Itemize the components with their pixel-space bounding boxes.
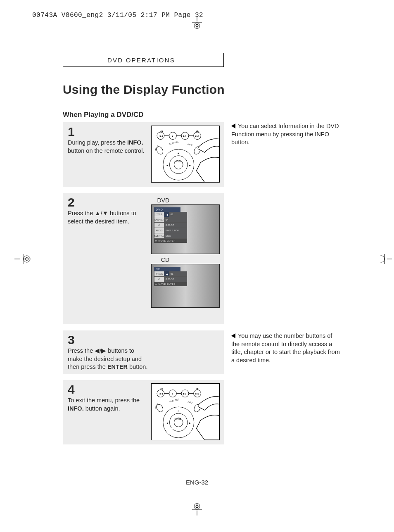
step-number: 3 [68, 334, 219, 346]
svg-text:ENTER: ENTER [174, 161, 181, 163]
text-bold: INFO. [68, 405, 84, 412]
svg-text:▲: ▲ [177, 410, 179, 412]
text: button again. [84, 405, 120, 412]
page-title: Using the Display Function [63, 83, 225, 97]
remote-illustration: |◀◀ ■ ▶|| ▶▶| ◀◀▶▶ SUBTITLE INFO MENU EN… [151, 383, 220, 440]
step-text: To exit the menu, press the INFO. button… [68, 397, 148, 413]
svg-text:▶: ▶ [189, 164, 191, 166]
svg-point-17 [380, 256, 385, 262]
osd-val: 01 [169, 273, 173, 275]
osd-title: DVD [154, 207, 180, 212]
svg-text:▶: ▶ [189, 422, 191, 424]
osd-val: 0:00:57 [164, 224, 174, 226]
step-text: During play, press the INFO. button on t… [68, 139, 148, 155]
section-label: DVD OPERATIONS [107, 57, 175, 64]
crop-mark-right [380, 253, 392, 265]
svg-text:■: ■ [172, 135, 173, 137]
svg-text:ENTER: ENTER [174, 418, 181, 420]
screen-label-cd: CD [161, 256, 169, 263]
osd-cd-screen: CD TRACK◀01 ⏱0:00:57 ⇔MOVE ENTER [151, 264, 220, 308]
osd-val: 01 [169, 213, 173, 216]
note-text: You may use the number buttons of the re… [231, 332, 340, 363]
page-number: ENG-32 [0, 479, 394, 486]
svg-text:|◀◀: |◀◀ [159, 135, 163, 137]
osd-tag: AUDIO [154, 228, 164, 233]
osd-footer: ⇔MOVE ENTER [154, 239, 187, 243]
svg-text:▶▶|: ▶▶| [195, 393, 199, 395]
text: Press the [68, 347, 95, 354]
section-badge: DVD OPERATIONS [63, 53, 224, 67]
arrow-symbols: ▲/▼ [95, 210, 108, 216]
osd-tag: TITLE [154, 212, 164, 217]
osd-val: ENG [164, 235, 171, 237]
side-note-1: You can select Information in the DVD Fu… [231, 122, 341, 147]
osd-dvd-screen: DVD TITLE◀01 CHAPTER04 ⏱0:00:57 AUDIOENG… [151, 204, 220, 254]
page-subtitle: When Playing a DVD/CD [63, 111, 144, 119]
step-1: 1 During play, press the INFO. button on… [63, 122, 224, 187]
svg-text:◀◀: ◀◀ [160, 388, 163, 390]
text: To exit the menu, press the [68, 397, 140, 404]
text: button. [128, 363, 147, 370]
text: button on the remote control. [68, 147, 144, 154]
step-4: 4 To exit the menu, press the INFO. butt… [63, 380, 224, 444]
step-text: Press the ◀/▶ buttons to make the desire… [68, 347, 148, 371]
crop-mark-top [191, 17, 203, 29]
arrow-symbols: ◀/▶ [95, 347, 106, 354]
step-text: Press the ▲/▼ buttons to select the desi… [68, 209, 148, 226]
svg-text:▶▶: ▶▶ [196, 388, 199, 390]
triangle-left-icon [231, 333, 235, 338]
svg-text:▲: ▲ [177, 152, 179, 154]
text-bold: INFO. [127, 139, 143, 146]
svg-text:▶||: ▶|| [183, 135, 186, 137]
crop-mark-left [14, 253, 32, 265]
osd-title: CD [154, 267, 180, 271]
text: During play, press the [68, 139, 127, 146]
text-bold: ENTER [107, 363, 128, 370]
svg-text:▶▶|: ▶▶| [195, 135, 199, 137]
svg-text:|◀◀: |◀◀ [159, 393, 163, 395]
text: Press the [68, 210, 95, 216]
osd-tag: SUBTITLE [154, 233, 164, 238]
svg-text:◀◀: ◀◀ [160, 130, 163, 132]
osd-footer: ⇔MOVE ENTER [154, 282, 187, 286]
svg-text:▶||: ▶|| [183, 393, 186, 395]
svg-text:◀: ◀ [166, 422, 168, 424]
step-3: 3 Press the ◀/▶ buttons to make the desi… [63, 330, 224, 374]
note-text: You can select Information in the DVD Fu… [231, 123, 339, 145]
step-2: 2 Press the ▲/▼ buttons to select the de… [63, 193, 224, 324]
svg-text:■: ■ [172, 393, 173, 395]
osd-val: ENG 5.1CH [164, 229, 179, 232]
svg-text:▶▶: ▶▶ [196, 130, 199, 132]
side-note-2: You may use the number buttons of the re… [231, 332, 341, 364]
osd-tag: TRACK [154, 271, 164, 276]
triangle-left-icon [231, 124, 235, 128]
doc-header: 00743A V8600_eng2 3/11/05 2:17 PM Page 3… [32, 12, 203, 19]
crop-mark-bottom [191, 503, 203, 515]
osd-val: 04 [164, 218, 169, 221]
svg-text:◀: ◀ [166, 164, 168, 166]
osd-tag: CHAPTER [154, 217, 164, 222]
screen-label-dvd: DVD [157, 197, 169, 204]
remote-illustration: |◀◀ ■ ▶|| ▶▶| ◀◀▶▶ SUBTITLE INFO MENU EN… [151, 126, 220, 183]
osd-val: 0:00:57 [164, 278, 174, 280]
